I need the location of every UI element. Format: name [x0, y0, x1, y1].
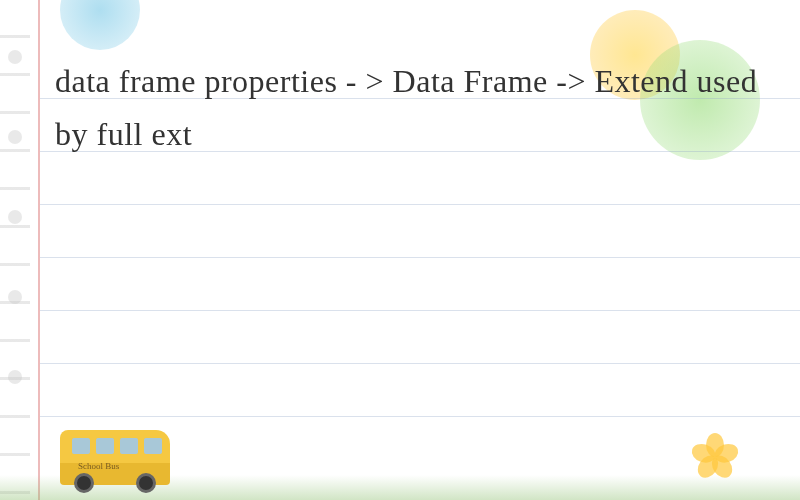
- bus-label: School Bus: [78, 461, 119, 471]
- ruled-line: [40, 363, 800, 364]
- ruled-line: [40, 310, 800, 311]
- ruled-line: [40, 257, 800, 258]
- decoration-flower: [690, 420, 740, 470]
- ruled-line: [40, 204, 800, 205]
- notebook-margin-line: [38, 0, 40, 500]
- decoration-bubble-blue: [60, 0, 140, 50]
- school-bus-illustration: School Bus: [60, 430, 170, 485]
- notebook-spiral-edge: [0, 0, 30, 500]
- main-text: data frame properties - > Data Frame -> …: [55, 55, 770, 161]
- ruled-line: [40, 416, 800, 417]
